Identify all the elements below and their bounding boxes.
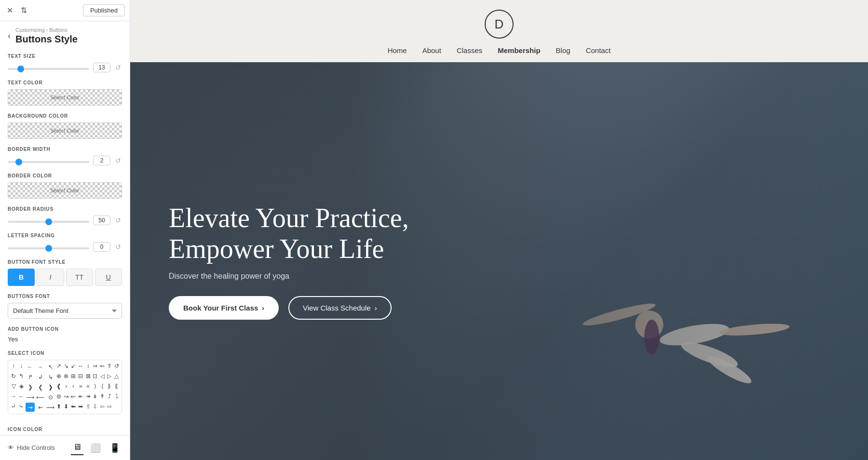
icon-cell[interactable]: ⊞ [70, 372, 77, 380]
icon-cell[interactable]: ⟿ [46, 403, 55, 412]
icon-cell[interactable]: ⊟ [77, 372, 84, 380]
icon-cell[interactable]: › [63, 382, 69, 390]
icon-cell[interactable]: ↲ [36, 372, 45, 381]
icon-cell[interactable]: ↻ [10, 372, 17, 380]
icon-cell[interactable]: ↓ [18, 362, 25, 370]
icon-cell[interactable]: ↘ [63, 362, 69, 370]
desktop-device-button[interactable]: 🖥 [71, 440, 83, 455]
icon-cell[interactable]: ↱ [26, 372, 35, 381]
icon-cell[interactable]: ⇨ [107, 403, 113, 410]
icon-cell[interactable]: △ [113, 372, 120, 380]
nav-membership[interactable]: Membership [498, 46, 540, 54]
border-width-reset[interactable]: ↺ [114, 157, 122, 164]
icon-cell[interactable]: ⤶ [10, 403, 17, 410]
breadcrumb-customizing[interactable]: Customizing [15, 27, 45, 33]
icon-cell[interactable]: ⇜ [36, 403, 45, 412]
icon-cell[interactable]: ↕ [85, 362, 91, 370]
border-radius-value[interactable]: 50 [93, 216, 110, 225]
underline-button[interactable]: U [95, 269, 122, 286]
icon-cell[interactable]: ❱ [46, 382, 55, 392]
icon-cell[interactable]: ⇒ [92, 362, 98, 370]
nav-about[interactable]: About [422, 46, 441, 54]
book-first-class-button[interactable]: Book Your First Class › [169, 296, 279, 320]
nav-home[interactable]: Home [388, 46, 407, 54]
nav-blog[interactable]: Blog [556, 46, 570, 54]
published-button[interactable]: Published [83, 4, 125, 16]
icon-cell[interactable]: ⊡ [92, 372, 98, 380]
icon-cell[interactable]: ❯ [26, 382, 35, 392]
icon-cell[interactable]: ← [26, 362, 35, 371]
view-class-schedule-button[interactable]: View Class Schedule › [288, 296, 392, 320]
icon-cell[interactable]: ⤵ [113, 392, 120, 400]
text-size-value[interactable]: 13 [93, 63, 110, 72]
icon-cell[interactable]: ⬆ [56, 403, 62, 410]
icon-cell[interactable]: ▷ [107, 372, 113, 380]
letter-spacing-slider[interactable] [8, 247, 89, 249]
icon-cell[interactable]: ⇐ [99, 362, 106, 370]
hide-controls-button[interactable]: 👁 Hide Controls [8, 444, 55, 451]
icon-cell[interactable]: ↑ [10, 362, 17, 370]
icon-cell[interactable]: ⤴ [107, 392, 113, 400]
icon-cell[interactable]: ↳ [46, 372, 55, 381]
icon-cell[interactable]: ⊕ [56, 372, 62, 380]
icon-cell[interactable]: ↜ [70, 392, 77, 400]
mobile-device-button[interactable]: 📱 [108, 440, 122, 455]
icon-cell[interactable]: ⬇ [63, 403, 69, 410]
icon-cell[interactable]: ◁ [99, 372, 106, 380]
icon-cell[interactable]: ⊗ [63, 372, 69, 380]
letter-spacing-reset[interactable]: ↺ [114, 243, 122, 251]
icon-cell[interactable]: ← [18, 392, 25, 400]
icon-cell[interactable]: ↙ [70, 362, 77, 370]
icon-cell[interactable]: ❰ [56, 382, 62, 390]
icon-cell[interactable]: ↞ [77, 392, 84, 400]
text-size-reset[interactable]: ↺ [114, 64, 122, 71]
text-color-swatch[interactable]: Select Color [8, 89, 122, 106]
border-color-swatch[interactable]: Select Color [8, 182, 122, 199]
icon-cell[interactable]: ⟪ [113, 382, 120, 390]
border-width-value[interactable]: 2 [93, 156, 110, 165]
icon-cell[interactable]: ⟩ [92, 382, 98, 390]
icon-cell[interactable]: ↔ [77, 362, 84, 370]
icon-cell[interactable]: » [77, 382, 84, 390]
icon-cell[interactable]: ↠ [85, 392, 91, 400]
italic-button[interactable]: I [37, 269, 64, 286]
icon-cell[interactable]: ⟶ [26, 392, 35, 402]
icon-cell[interactable]: ⇝ [26, 403, 35, 412]
nav-classes[interactable]: Classes [457, 46, 482, 54]
bold-button[interactable]: B [8, 269, 35, 286]
icon-cell[interactable]: ⇑ [107, 362, 113, 370]
icon-cell[interactable]: ⤷ [18, 403, 25, 410]
background-color-swatch[interactable]: Select Color [8, 122, 122, 139]
icon-cell[interactable]: ↗ [56, 362, 62, 370]
icon-cell[interactable]: ▽ [10, 382, 17, 390]
icon-cell[interactable]: ⟫ [107, 382, 113, 390]
border-width-slider[interactable] [8, 161, 89, 163]
icon-cell[interactable]: ➡ [77, 403, 84, 410]
border-radius-reset[interactable]: ↺ [114, 216, 122, 224]
icon-cell[interactable]: ⊚ [56, 392, 62, 400]
icon-cell[interactable]: ↰ [18, 372, 25, 380]
icon-cell[interactable]: ⊙ [46, 392, 55, 402]
icon-cell[interactable]: ⟵ [36, 392, 45, 402]
close-icon[interactable]: ✕ [5, 4, 15, 17]
icon-cell[interactable]: ❮ [36, 382, 45, 392]
icon-cell[interactable]: ⇩ [92, 403, 98, 410]
tablet-device-button[interactable]: ⬜ [88, 440, 103, 455]
icon-cell[interactable]: ⟨ [99, 382, 106, 390]
icon-cell[interactable]: ↖ [46, 362, 55, 371]
icon-cell[interactable]: ◈ [18, 382, 25, 390]
reorder-icon[interactable]: ⇅ [19, 4, 29, 17]
icon-cell[interactable]: ⊠ [85, 372, 91, 380]
breadcrumb-buttons[interactable]: Buttons [46, 27, 68, 33]
icon-cell[interactable]: ↝ [63, 392, 69, 400]
icon-cell[interactable]: → [10, 392, 17, 400]
icon-cell[interactable]: ⬅ [70, 403, 77, 410]
icon-cell[interactable]: ‹ [70, 382, 77, 390]
icon-cell[interactable]: → [36, 362, 45, 371]
icon-cell[interactable]: ⇦ [99, 403, 106, 410]
icon-cell[interactable]: « [85, 382, 91, 390]
letter-spacing-value[interactable]: 0 [93, 242, 110, 252]
icon-cell[interactable]: ↡ [92, 392, 98, 400]
nav-contact[interactable]: Contact [586, 46, 611, 54]
icon-cell[interactable]: ↟ [99, 392, 106, 400]
